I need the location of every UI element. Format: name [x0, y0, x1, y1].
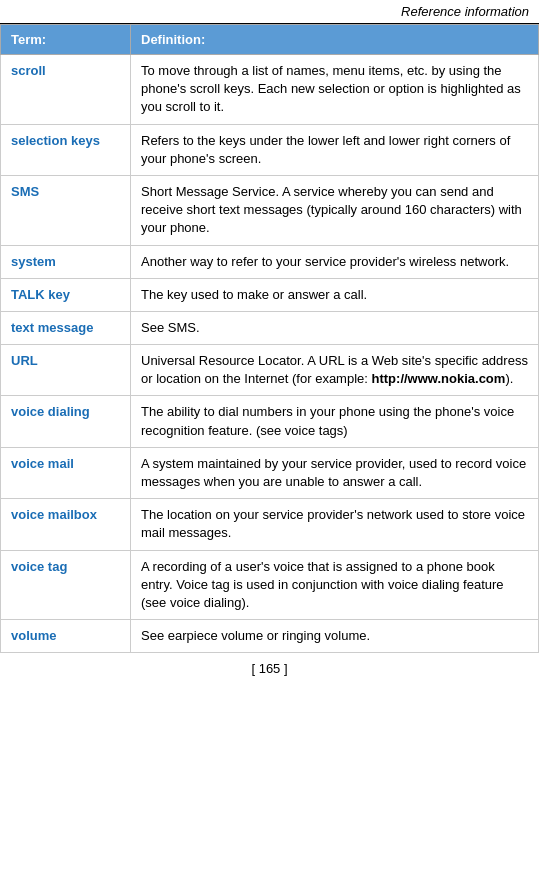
term-cell: text message — [1, 311, 131, 344]
definition-cell: Short Message Service. A service whereby… — [131, 175, 539, 245]
term-cell: system — [1, 245, 131, 278]
table-row: TALK keyThe key used to make or answer a… — [1, 278, 539, 311]
table-row: voice mailboxThe location on your servic… — [1, 499, 539, 550]
table-row: URLUniversal Resource Locator. A URL is … — [1, 345, 539, 396]
definition-cell: See SMS. — [131, 311, 539, 344]
table-row: voice tagA recording of a user's voice t… — [1, 550, 539, 620]
term-cell: TALK key — [1, 278, 131, 311]
term-cell: voice mail — [1, 447, 131, 498]
page-header: Reference information — [0, 0, 539, 24]
term-cell: volume — [1, 620, 131, 653]
table-header-row: Term: Definition: — [1, 25, 539, 55]
definition-cell: Universal Resource Locator. A URL is a W… — [131, 345, 539, 396]
term-cell: voice dialing — [1, 396, 131, 447]
table-row: selection keysRefers to the keys under t… — [1, 124, 539, 175]
term-cell: voice tag — [1, 550, 131, 620]
definition-cell: See earpiece volume or ringing volume. — [131, 620, 539, 653]
table-row: voice dialingThe ability to dial numbers… — [1, 396, 539, 447]
definition-cell: The location on your service provider's … — [131, 499, 539, 550]
col-term-header: Term: — [1, 25, 131, 55]
definition-cell: The ability to dial numbers in your phon… — [131, 396, 539, 447]
term-cell: voice mailbox — [1, 499, 131, 550]
reference-table: Term: Definition: scrollTo move through … — [0, 24, 539, 653]
term-cell: SMS — [1, 175, 131, 245]
term-cell: selection keys — [1, 124, 131, 175]
page-footer: [ 165 ] — [0, 653, 539, 680]
definition-cell: To move through a list of names, menu it… — [131, 55, 539, 125]
term-cell: URL — [1, 345, 131, 396]
header-title: Reference information — [0, 0, 539, 24]
term-cell: scroll — [1, 55, 131, 125]
definition-cell: The key used to make or answer a call. — [131, 278, 539, 311]
table-row: systemAnother way to refer to your servi… — [1, 245, 539, 278]
definition-cell: A recording of a user's voice that is as… — [131, 550, 539, 620]
footer-text: [ 165 ] — [0, 653, 539, 680]
col-definition-header: Definition: — [131, 25, 539, 55]
table-row: volumeSee earpiece volume or ringing vol… — [1, 620, 539, 653]
table-row: scrollTo move through a list of names, m… — [1, 55, 539, 125]
definition-cell: Another way to refer to your service pro… — [131, 245, 539, 278]
table-row: text messageSee SMS. — [1, 311, 539, 344]
table-row: SMSShort Message Service. A service wher… — [1, 175, 539, 245]
definition-cell: Refers to the keys under the lower left … — [131, 124, 539, 175]
definition-cell: A system maintained by your service prov… — [131, 447, 539, 498]
table-row: voice mailA system maintained by your se… — [1, 447, 539, 498]
